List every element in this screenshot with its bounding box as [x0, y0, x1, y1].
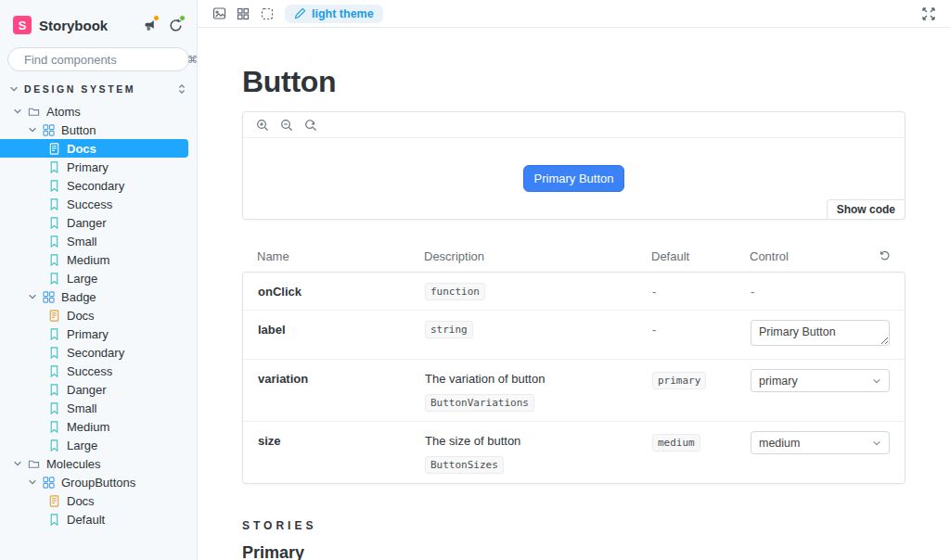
arg-name: variation [258, 369, 425, 386]
col-header-default: Default [651, 249, 750, 263]
story-icon [48, 198, 61, 210]
story-icon [48, 384, 61, 396]
fullscreen-button[interactable] [917, 4, 941, 24]
sidebar-tree-item[interactable]: Secondary [0, 176, 197, 195]
canvas-toolbar: light theme [198, 0, 950, 28]
primary-button-component[interactable]: Primary Button [523, 165, 625, 192]
brand-title: Storybook [39, 18, 132, 33]
story-icon [48, 180, 61, 192]
outline-toggle-button[interactable] [255, 4, 279, 24]
folder-icon [28, 106, 41, 118]
default-chip: primary [652, 372, 706, 389]
sidebar-tree-item[interactable]: Large [0, 436, 197, 454]
storybook-logo: S [13, 16, 32, 34]
sidebar-tree-item[interactable]: Secondary [0, 343, 197, 362]
type-chip: ButtonVariations [425, 394, 534, 412]
sidebar-tree-item[interactable]: Atoms [0, 102, 197, 121]
reset-controls-button[interactable] [879, 249, 891, 261]
chevron-down-icon [28, 125, 37, 134]
tree-item-label: Small [67, 401, 97, 415]
page-title: Button [242, 67, 905, 96]
collapse-all-icon [176, 83, 187, 95]
sidebar-tree-item[interactable]: Button [0, 121, 197, 139]
zoom-in-button[interactable] [252, 116, 273, 134]
sidebar-tree: Atoms [0, 102, 197, 528]
tree-item-label: Danger [67, 383, 107, 397]
sidebar-tree-item[interactable]: Success [0, 195, 197, 213]
selected-option: primary [759, 375, 872, 388]
search-box[interactable]: ⌘ K [7, 47, 189, 71]
show-code-button[interactable]: Show code [827, 199, 905, 220]
zoom-in-icon [256, 119, 269, 132]
tree-item-label: Docs [67, 309, 95, 323]
sidebar-tree-item[interactable]: Docs [0, 491, 197, 510]
story-icon [48, 328, 61, 340]
zoom-reset-icon [304, 119, 317, 132]
collapse-all-button[interactable] [176, 83, 187, 95]
update-dot [179, 15, 186, 21]
sidebar-section-design-system[interactable]: DESIGN SYSTEM [9, 83, 187, 95]
sidebar-tree-item[interactable]: Small [0, 399, 197, 417]
sidebar-header: S Storybook [0, 0, 197, 34]
args-table-header: Name Description Default Control [242, 249, 905, 263]
folder-icon [28, 458, 41, 470]
table-row-label: label string - [243, 310, 905, 359]
sidebar-tree-item[interactable]: Docs [0, 306, 197, 325]
story-icon [48, 235, 61, 248]
theme-label: light theme [312, 7, 374, 20]
tree-item-label: Default [67, 513, 105, 527]
sidebar-tree-item[interactable]: Primary [0, 325, 197, 343]
tree-item-label: Danger [67, 216, 107, 230]
sidebar-tree-item[interactable]: Small [0, 232, 197, 250]
sidebar-tree-item[interactable]: Danger [0, 380, 197, 399]
tree-item-label: Primary [67, 160, 109, 174]
chevron-down-icon [13, 459, 22, 468]
story-canvas: Primary Button [243, 138, 905, 219]
zoom-out-icon [280, 119, 293, 132]
table-row-size: size The size of button ButtonSizes medi… [243, 421, 905, 483]
tree-item-label: Molecules [46, 457, 101, 471]
story-icon [48, 347, 61, 359]
sidebar-tree-item[interactable]: Danger [0, 213, 197, 232]
chevron-down-icon [28, 292, 37, 301]
stories-section-label: STORIES [242, 519, 905, 532]
tree-item-label: GroupButtons [61, 476, 135, 490]
backgrounds-button[interactable] [207, 4, 231, 24]
sidebar-tree-item[interactable]: Large [0, 269, 197, 287]
type-chip: string [425, 321, 473, 338]
chevron-down-icon [872, 376, 881, 386]
sidebar-tree-item[interactable]: Medium [0, 250, 197, 269]
sidebar-tree-item[interactable]: Badge [0, 287, 197, 306]
fullscreen-icon [922, 7, 935, 20]
sidebar-tree-item[interactable]: Primary [0, 158, 197, 176]
main-area: light theme Button [198, 0, 950, 560]
sidebar-tree-item[interactable]: GroupButtons [0, 473, 197, 491]
whats-new-button[interactable] [141, 17, 158, 33]
sidebar-tree-item[interactable]: Medium [0, 417, 197, 436]
photo-icon [212, 6, 226, 20]
tree-item-label: Medium [67, 253, 109, 267]
search-input[interactable] [24, 53, 187, 67]
grid-toggle-button[interactable] [231, 4, 255, 24]
story-icon [48, 365, 61, 377]
label-control-input[interactable] [751, 320, 890, 346]
story-icon [48, 217, 61, 229]
preview-zoom-toolbar [243, 112, 905, 138]
zoom-reset-button[interactable] [301, 116, 321, 134]
sidebar-tree-item[interactable]: Docs [0, 139, 188, 158]
update-status-button[interactable] [167, 17, 184, 33]
arg-description: The variation of button [425, 369, 652, 386]
arg-name: label [258, 320, 425, 337]
sidebar-tree-item[interactable]: Success [0, 362, 197, 380]
size-select[interactable]: medium [751, 431, 890, 454]
variation-select[interactable]: primary [751, 369, 890, 392]
tree-item-label: Medium [67, 420, 109, 434]
theme-switcher-button[interactable]: light theme [285, 5, 383, 23]
arg-name: onClick [258, 282, 425, 299]
outline-icon [261, 7, 274, 20]
sidebar-tree-item[interactable]: Default [0, 510, 197, 528]
zoom-out-button[interactable] [276, 116, 297, 134]
sidebar-tree-item[interactable]: Molecules [0, 454, 197, 473]
component-icon [43, 124, 56, 136]
default-chip: medium [652, 434, 700, 452]
